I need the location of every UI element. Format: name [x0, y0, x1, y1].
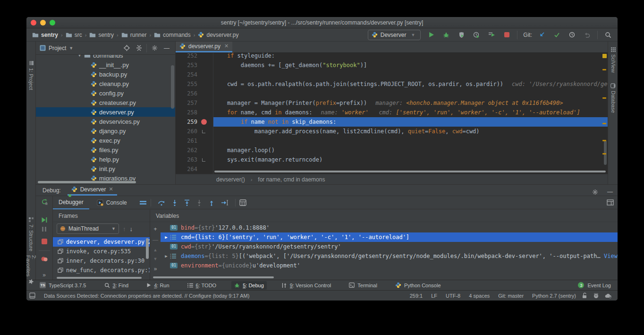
previous-frame-icon[interactable]: ↑	[123, 225, 126, 232]
locate-file-icon[interactable]	[122, 43, 131, 53]
run-configuration-select[interactable]: Devserver ▼	[368, 30, 421, 40]
gutter[interactable]: 264	[176, 164, 213, 174]
toolwindow-button-python-console[interactable]: Python Console	[392, 281, 444, 290]
hide-panel-icon[interactable]: —	[607, 189, 613, 195]
gutter[interactable]: 254	[176, 70, 213, 79]
status-widget-4-spaces[interactable]: 4 spaces	[469, 293, 490, 299]
close-window-button[interactable]	[31, 20, 36, 26]
frames-vertical-scrollbar[interactable]	[146, 238, 149, 259]
code-line-259[interactable]: 259 if name not in skip_daemons:	[176, 117, 608, 127]
toolwindow-button-debug[interactable]: 5: Debug	[231, 281, 267, 290]
tree-node-exec.py[interactable]: exec.py	[36, 136, 175, 145]
run-with-configuration-button[interactable]	[487, 30, 496, 40]
gear-icon[interactable]	[590, 187, 600, 197]
gutter[interactable]: 261	[176, 136, 213, 146]
tool-stripe-structure[interactable]: 7: Structure	[26, 217, 36, 251]
editor-horizontal-scrollbar[interactable]	[214, 171, 606, 172]
toolwindow-button-version-control[interactable]: 9: Version Control	[279, 281, 334, 290]
code-line-254[interactable]: 254	[176, 70, 608, 79]
view-link[interactable]: View	[604, 253, 618, 259]
tree-node-init.py[interactable]: init.py	[36, 164, 175, 173]
mute-breakpoints-icon[interactable]	[39, 250, 50, 264]
toolwindow-button-typescript-3-7-5[interactable]: TSTypeScript 3.7.5	[37, 281, 89, 290]
breadcrumb-item-commands[interactable]: commands	[153, 32, 192, 38]
collapse-all-icon[interactable]	[134, 43, 144, 53]
code-area[interactable]: 252 if styleguide:253 daemons += [_get_d…	[176, 53, 608, 174]
status-widget-259-1[interactable]: 259:1	[410, 293, 423, 299]
gutter[interactable]: 255	[176, 79, 213, 89]
breakpoint-icon[interactable]	[201, 119, 207, 125]
step-out-icon[interactable]	[209, 199, 214, 206]
gutter[interactable]: 253	[176, 60, 213, 70]
debug-button[interactable]	[441, 30, 451, 40]
breadcrumb-item-devserver.py[interactable]: devserver.py	[197, 32, 239, 38]
stop-button[interactable]	[502, 30, 511, 40]
tree-node-folder[interactable]: ▼commands	[36, 55, 175, 60]
expand-icon[interactable]: ▶	[162, 235, 170, 240]
expand-icon[interactable]: ▶	[162, 254, 170, 258]
tree-node-cleanup.py[interactable]: cleanup.py	[36, 79, 175, 88]
hide-tool-windows-icon[interactable]	[29, 292, 35, 299]
tree-node-createuser.py[interactable]: createuser.py	[36, 98, 175, 107]
variable-row-cwd[interactable]: 01cwd = {str} '/Users/ryanskonnord/getse…	[161, 242, 618, 251]
rerun-icon[interactable]	[36, 197, 52, 206]
show-execution-point-icon[interactable]	[139, 200, 147, 206]
inspection-status-icon[interactable]	[602, 54, 607, 58]
tree-node-django.py[interactable]: django.py	[36, 126, 175, 136]
toolwindow-button-todo[interactable]: 6: TODO	[185, 281, 220, 290]
frame-row[interactable]: new_func, decorators.py:17	[53, 266, 150, 275]
more-actions-icon[interactable]: »	[36, 270, 52, 280]
breadcrumb-statement[interactable]: for name, cmd in daemons	[258, 176, 325, 183]
force-step-into-icon[interactable]	[184, 199, 190, 206]
git-update-button[interactable]	[537, 30, 546, 40]
tool-stripe-project[interactable]: 1: Project	[26, 60, 36, 90]
tree-node-devserver.py[interactable]: devserver.py	[36, 107, 175, 117]
frame-row[interactable]: devserver, devserver.py:259	[53, 237, 150, 247]
gutter[interactable]: 262	[176, 146, 213, 155]
gutter[interactable]: 252	[176, 53, 213, 60]
error-stripe-mark[interactable]	[602, 69, 606, 70]
stop-icon[interactable]	[36, 237, 52, 246]
hide-panel-icon[interactable]: —	[162, 43, 171, 53]
breadcrumb-item-src[interactable]: src	[65, 32, 83, 38]
tree-node-devservices.py[interactable]: devservices.py	[36, 117, 175, 126]
toolwindow-button-find[interactable]: 3: Find	[102, 281, 132, 290]
fold-marker-icon[interactable]	[202, 130, 205, 133]
tree-node-__init__.py[interactable]: __init__.py	[36, 60, 175, 69]
lock-icon[interactable]	[582, 292, 587, 299]
fold-marker-icon[interactable]	[202, 158, 205, 162]
project-horizontal-scrollbar[interactable]	[38, 181, 136, 183]
inspections-hector-icon[interactable]	[593, 292, 599, 299]
pause-icon[interactable]	[36, 224, 52, 234]
code-line-256[interactable]: 256	[176, 89, 608, 98]
tree-node-backup.py[interactable]: backup.py	[36, 69, 175, 79]
layout-settings-icon[interactable]	[607, 199, 614, 206]
frame-row[interactable]: inner, decorators.py:30	[53, 256, 150, 266]
tool-stripe-sciview[interactable]: SciView	[608, 47, 618, 73]
gutter[interactable]: 258	[176, 108, 213, 117]
tree-node-help.py[interactable]: help.py	[36, 155, 175, 164]
status-widget-python-2-7-sentry-[interactable]: Python 2.7 (sentry)	[532, 293, 576, 299]
more-actions-icon[interactable]: »	[154, 266, 157, 272]
code-line-257[interactable]: 257 manager = Manager(Printer(prefix=pre…	[176, 98, 608, 108]
code-line-253[interactable]: 253 daemons += [_get_daemon("storybook")…	[176, 60, 608, 70]
code-line-260[interactable]: 260 manager.add_process(name, list2cmdli…	[176, 127, 608, 136]
code-line-255[interactable]: 255 cwd = os.path.realpath(os.path.join(…	[176, 79, 608, 89]
error-stripe-mark[interactable]	[602, 123, 606, 124]
zoom-window-button[interactable]	[50, 20, 55, 26]
run-button[interactable]	[426, 30, 436, 40]
breadcrumb-item-runner[interactable]: runner	[120, 32, 148, 38]
frame-row[interactable]: invoke, core.py:535	[53, 247, 150, 256]
editor-vertical-scrollbar[interactable]	[604, 140, 607, 165]
tab-console[interactable]: Console	[91, 196, 133, 209]
project-vertical-scrollbar[interactable]	[171, 65, 174, 109]
tab-debugger[interactable]: Debugger	[53, 196, 89, 209]
code-line-261[interactable]: 261	[176, 136, 608, 146]
code-line-263[interactable]: 263 sys.exit(manager.returncode)	[176, 155, 608, 164]
variable-row-daemons[interactable]: ▶123daemons = {list: 5} [('webpack', ['/…	[161, 251, 618, 261]
step-into-icon[interactable]	[172, 199, 178, 206]
variable-row-cmd[interactable]: ▶123cmd = {list: 6} ['sentry', 'run', 'w…	[161, 232, 618, 242]
move-up-icon[interactable]: ▲	[153, 248, 158, 252]
status-widget-lf[interactable]: LF	[431, 293, 437, 299]
move-down-icon[interactable]: ▼	[153, 257, 158, 261]
